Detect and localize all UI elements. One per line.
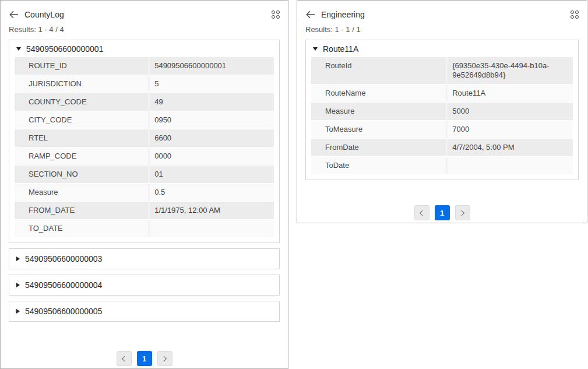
feature-card-header[interactable]: 54909506600000003 <box>9 249 279 269</box>
caret-icon <box>16 256 20 261</box>
field-value: 54909506600000001 <box>148 57 274 75</box>
field-value <box>148 220 274 237</box>
back-button[interactable] <box>305 10 315 19</box>
panel-title: Engineering <box>321 10 365 19</box>
pagination: 1 <box>9 351 280 366</box>
field-label: RouteName <box>311 85 446 102</box>
feature-card-header[interactable]: 54909506600000004 <box>9 275 279 295</box>
feature-title: 54909506600000004 <box>25 280 102 290</box>
feature-title: 54909506600000005 <box>25 307 102 316</box>
previous-page-button[interactable] <box>414 205 429 220</box>
field-label: ToMeasure <box>311 121 446 138</box>
caret-icon <box>313 47 318 51</box>
table-row: RouteName Route11A <box>311 84 573 102</box>
field-value: 7000 <box>446 121 573 138</box>
caret-icon <box>16 283 20 287</box>
panel-header: Engineering <box>305 10 579 19</box>
table-row: ToDate <box>311 156 573 174</box>
table-row: RTEL 6600 <box>15 129 274 147</box>
current-page-button[interactable]: 1 <box>435 205 450 220</box>
feature-info-panel: Engineering Results: 1 - 1 / 1 Route11A … <box>297 0 587 223</box>
chevron-left-icon <box>420 210 425 216</box>
field-value: 4/7/2004, 5:00 PM <box>446 139 573 156</box>
feature-title: 54909506600000003 <box>25 254 102 263</box>
grid-view-icon <box>272 10 280 19</box>
list-view-button[interactable] <box>272 10 280 19</box>
list-view-button[interactable] <box>571 10 579 19</box>
feature-card-header[interactable]: 54909506600000001 <box>9 40 279 57</box>
field-value: 1/1/1975, 12:00 AM <box>148 202 274 219</box>
field-label: Measure <box>311 103 446 120</box>
grid-view-icon <box>571 10 579 19</box>
table-row: TO_DATE <box>15 219 274 237</box>
table-row: ToMeasure 7000 <box>311 120 573 138</box>
next-page-button[interactable] <box>157 351 172 366</box>
feature-list: 54909506600000001 ROUTE_ID 5490950660000… <box>9 40 280 327</box>
previous-page-button[interactable] <box>117 351 132 366</box>
app-canvas: CountyLog Results: 1 - 4 / 4 54909506600… <box>0 0 588 369</box>
table-row: FROM_DATE 1/1/1975, 12:00 AM <box>15 201 274 219</box>
feature-card: 54909506600000001 ROUTE_ID 5490950660000… <box>9 40 280 243</box>
results-count: Results: 1 - 1 / 1 <box>305 25 579 34</box>
caret-icon <box>16 47 21 51</box>
field-label: RAMP_CODE <box>15 147 148 165</box>
chevron-right-icon <box>161 356 167 361</box>
field-value: {69350e35-430e-4494-b10a-9e52649d8b94} <box>446 57 573 84</box>
feature-card: 54909506600000005 <box>9 301 280 322</box>
field-value: Route11A <box>446 85 573 102</box>
feature-list: Route11A RouteId {69350e35-430e-4494-b10… <box>305 40 579 185</box>
table-row: Measure 5000 <box>311 102 573 120</box>
current-page-button[interactable]: 1 <box>137 351 152 366</box>
panel-title: CountyLog <box>24 10 64 19</box>
field-label: FromDate <box>311 139 446 156</box>
back-arrow-icon <box>305 10 315 19</box>
field-value: 5 <box>148 75 274 93</box>
panel-header: CountyLog <box>9 10 280 19</box>
field-label: TO_DATE <box>15 220 148 237</box>
field-label: Measure <box>15 184 148 201</box>
feature-card: Route11A RouteId {69350e35-430e-4494-b10… <box>305 40 579 180</box>
field-value: 6600 <box>148 129 274 147</box>
feature-card: 54909506600000003 <box>9 248 280 269</box>
back-button[interactable] <box>9 10 19 19</box>
feature-info-panel: CountyLog Results: 1 - 4 / 4 54909506600… <box>0 0 288 369</box>
field-value: 01 <box>148 166 274 183</box>
field-label: RTEL <box>15 129 148 147</box>
table-row: FromDate 4/7/2004, 5:00 PM <box>311 138 573 156</box>
caret-icon <box>16 309 20 314</box>
feature-title: 54909506600000001 <box>26 44 103 54</box>
chevron-left-icon <box>122 356 128 361</box>
field-value <box>446 157 573 174</box>
field-label: SECTION_NO <box>15 166 148 183</box>
field-label: ToDate <box>311 157 446 174</box>
table-row: Measure 0.5 <box>15 183 274 201</box>
table-row: COUNTY_CODE 49 <box>15 93 274 111</box>
feature-title: Route11A <box>323 44 358 54</box>
results-count: Results: 1 - 4 / 4 <box>9 25 280 34</box>
field-value: 0000 <box>148 147 274 165</box>
field-label: JURISDICTION <box>15 75 148 93</box>
table-row: SECTION_NO 01 <box>15 165 274 183</box>
table-row: ROUTE_ID 54909506600000001 <box>15 57 274 75</box>
table-row: RAMP_CODE 0000 <box>15 147 274 165</box>
field-label: CITY_CODE <box>15 111 148 129</box>
field-value: 0.5 <box>148 184 274 201</box>
feature-card: 54909506600000004 <box>9 275 280 296</box>
feature-card-header[interactable]: 54909506600000005 <box>9 301 279 321</box>
chevron-right-icon <box>459 210 464 216</box>
field-label: COUNTY_CODE <box>15 93 148 111</box>
table-row: CITY_CODE 0950 <box>15 111 274 129</box>
pagination: 1 <box>305 205 579 220</box>
table-row: RouteId {69350e35-430e-4494-b10a-9e52649… <box>311 57 573 84</box>
field-label: RouteId <box>311 57 446 84</box>
field-value: 0950 <box>148 111 274 129</box>
attributes-table: RouteId {69350e35-430e-4494-b10a-9e52649… <box>311 57 573 174</box>
next-page-button[interactable] <box>455 205 470 220</box>
field-label: FROM_DATE <box>15 202 148 219</box>
feature-card-header[interactable]: Route11A <box>306 40 578 57</box>
table-row: JURISDICTION 5 <box>15 75 274 93</box>
field-value: 49 <box>148 93 274 111</box>
attributes-table: ROUTE_ID 54909506600000001 JURISDICTION … <box>15 57 274 237</box>
field-value: 5000 <box>446 103 573 120</box>
back-arrow-icon <box>9 10 19 19</box>
